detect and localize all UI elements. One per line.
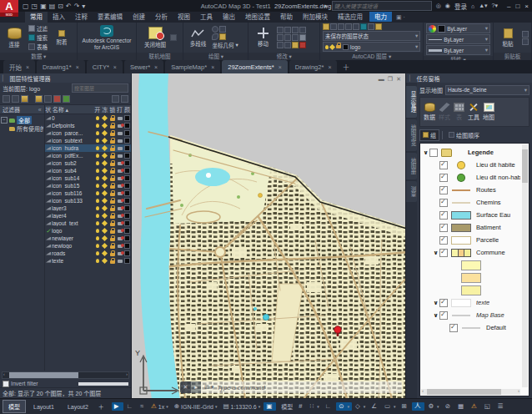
layer-color-cell[interactable] [123,175,131,181]
layer-lock-toggle[interactable] [108,229,116,234]
layer-color-cell[interactable] [123,115,131,121]
lineweight-dropdown[interactable]: ByLayer▾ [426,45,490,55]
layer-color-cell[interactable] [123,190,131,196]
layer-color-cell[interactable] [123,198,131,204]
ribbon-tab[interactable]: 工具 [195,11,218,23]
layer-color-cell[interactable] [123,228,131,234]
layer-freeze-toggle[interactable] [101,191,108,195]
tab-close-icon[interactable]: × [113,64,117,70]
layer-lock-toggle[interactable] [108,251,116,256]
layer-row[interactable]: texte [45,257,131,265]
rectangle-tool-icon[interactable] [219,26,226,33]
layer-freeze-toggle[interactable] [101,236,108,240]
layer-color-cell[interactable] [123,138,131,144]
save-icon[interactable]: ▣ [40,3,47,10]
drawing-tab[interactable]: 29ZoomExtents* × [222,60,288,73]
draw-order-button[interactable]: 绘图顺序 [445,129,483,141]
selection-cycling-icon[interactable]: ▭▾ [382,402,399,411]
layer-freeze-toggle[interactable] [101,139,108,143]
capture-area-icon[interactable] [170,34,177,41]
commandline-close-icon[interactable]: ✕ [180,381,191,393]
display-map-dropdown[interactable]: Hauts-de_Seine▾ [445,85,529,95]
redo-icon[interactable]: ↷ [74,3,80,10]
layer-freeze-toggle[interactable] [101,251,108,255]
taskpane-grip[interactable]: ▏ [409,75,414,82]
col-color[interactable]: 颜 [123,105,131,114]
new-group-filter-icon[interactable] [12,95,19,103]
layer-plot-toggle[interactable] [116,222,123,225]
layer-freeze-toggle[interactable] [101,221,108,225]
layer-color-cell[interactable] [123,205,131,211]
layer-freeze-toggle[interactable] [101,131,108,135]
legend-hscrollbar[interactable] [421,389,520,395]
legend-checkbox[interactable] [439,174,448,182]
layer-row[interactable]: icon_sub15 [45,182,131,189]
tab-close-icon[interactable]: × [26,64,29,70]
legend-checkbox[interactable] [439,236,448,245]
ucs-icon[interactable]: ∟▾ [124,402,137,411]
layer-row[interactable]: icon_parce... [45,129,131,137]
layer-row[interactable]: newlogo [45,242,131,250]
polar-tracking-icon[interactable]: ⊙▾ [336,402,352,411]
layer-plot-toggle[interactable] [116,124,123,128]
drawing-tab[interactable]: Drawing2* × [289,60,338,73]
arcgis-connector-button[interactable]: Autodesk Connector for ArcGIS [80,25,133,49]
graph-icon[interactable]: ≈▾ [138,402,148,411]
hatch-tool-icon[interactable] [219,33,226,40]
layer-color-cell[interactable] [123,183,131,189]
layer-row[interactable]: icon_sub14 [45,174,131,182]
ribbon-tab[interactable]: 帮助 [275,11,298,23]
ribbon-tab[interactable]: 输出 [218,11,240,23]
set-current-layer-icon[interactable] [63,95,70,103]
snap-mode-icon[interactable]: ∷▾ [307,402,321,411]
layer-row[interactable]: icon_hudra [45,144,131,152]
layer-lock-toggle[interactable] [108,184,116,189]
tab-close-icon[interactable]: × [76,64,79,70]
legend-row[interactable]: ∨ Lieu dit non-habite [422,171,520,184]
drawing-tab[interactable]: SampleMap* × [165,60,220,73]
grid-display-icon[interactable]: #▾ [296,402,306,411]
collapse-filters-icon[interactable]: « [38,107,42,113]
layer-match-icon[interactable] [360,23,367,30]
layer-on-toggle[interactable] [93,146,101,150]
cut-icon[interactable] [522,38,529,45]
undo-icon[interactable]: ↶ [66,3,72,10]
layer-plot-toggle[interactable] [116,177,123,180]
ribbon-tab[interactable]: 分析 [150,11,173,23]
layer-lock-toggle[interactable] [108,206,116,211]
legend-row[interactable]: ∨ [422,259,520,271]
dwg-minimize-icon[interactable]: ▬ [379,76,384,82]
legend-checkbox[interactable] [439,299,448,307]
layer-isolate-icon[interactable] [338,23,344,30]
filter-used-node[interactable]: 所有使用的图层 [1,124,43,133]
fillet-icon[interactable] [277,42,284,48]
layer-on-toggle[interactable] [93,229,101,233]
rotate-icon[interactable] [277,27,284,33]
legend-checkbox[interactable] [439,211,448,220]
layer-color-cell[interactable] [123,153,131,159]
ribbon-tab[interactable]: 视图 [173,11,195,23]
legend-checkbox[interactable] [429,149,438,157]
layer-state-dropdown[interactable]: 未保存的图层状态▾ [323,31,420,41]
layer-plot-toggle[interactable] [116,237,123,240]
autocad-logo[interactable]: AM3D [0,0,18,17]
layer-row[interactable]: layer4 [45,212,131,220]
layer-on-toggle[interactable] [93,199,101,203]
explode-icon[interactable] [299,42,306,48]
plot-icon[interactable]: ⊡ [58,3,63,10]
new-frozen-layer-icon[interactable] [44,95,52,103]
layer-freeze-toggle[interactable] [101,154,108,158]
layer-row[interactable]: roads [45,250,131,257]
layer-lock-icon[interactable] [353,23,359,30]
layers-panel-label[interactable]: AutoCAD 图层 ▾ [320,53,423,60]
palette-grip[interactable]: ▏ [3,75,7,82]
arc-tool-icon[interactable] [212,33,218,40]
drawing-tab[interactable]: CITY* × [87,60,123,73]
layer-row[interactable]: icon_pdfEx... [45,152,131,159]
pointer-input-icon[interactable]: ▶▾ [112,402,123,411]
layer-freeze-toggle[interactable] [101,124,108,128]
layer-off-icon[interactable] [330,23,337,30]
attach-button[interactable]: 附着 [50,30,73,46]
new-file-icon[interactable]: ▢ [23,3,29,10]
layer-lock-toggle[interactable] [108,139,116,144]
